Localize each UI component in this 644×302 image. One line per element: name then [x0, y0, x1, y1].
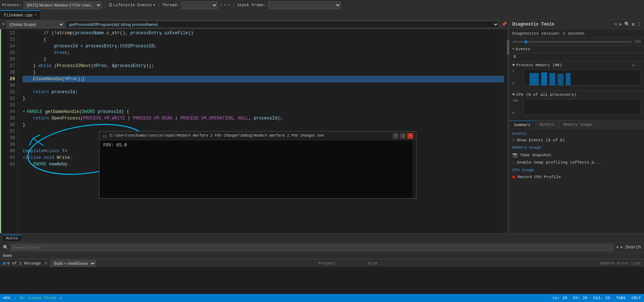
- take-snapshot-btn[interactable]: 📷 Take Snapshot: [512, 151, 641, 159]
- ln-31: 31: [0, 89, 15, 95]
- ln-26: 26: [0, 56, 15, 63]
- ln-36: 36: [0, 122, 15, 128]
- cpu-header[interactable]: ▼ CPU (% of all processors): [509, 91, 644, 98]
- code-line-27: } while (Process32Next(hProc, &processEn…: [23, 63, 509, 69]
- timeline-end-label: 10s: [635, 40, 641, 44]
- function-select[interactable]: getProcessIdOfProgram(std::string proces…: [66, 21, 499, 28]
- record-dot-icon: [512, 176, 515, 179]
- code-scrollbar[interactable]: [504, 29, 509, 233]
- cmd-window: C:\ C:\Users\nschumac\source\repos\Moder…: [99, 131, 416, 199]
- file-col-label: File: [368, 261, 377, 266]
- stack-frame-label: Stack Frame:: [237, 3, 266, 7]
- show-events-label: Show Events (0 of 0): [517, 138, 565, 142]
- proc-mem-axis-max: 2: [512, 70, 523, 73]
- lifecycle-icon: ☰: [109, 3, 112, 7]
- enable-heap-btn[interactable]: ☐ Enable heap profiling (affects p...: [512, 159, 641, 166]
- name-col-header: Name: [3, 254, 47, 258]
- show-events-item[interactable]: » Show Events (0 of 0): [512, 137, 641, 143]
- code-line-25: break;: [23, 50, 509, 56]
- collapse-btn[interactable]: ▼: [2, 22, 5, 27]
- record-cpu-label: Record CPU Profile: [517, 175, 561, 179]
- ln-37: 37: [0, 128, 15, 135]
- pin-icon: 📌: [502, 22, 507, 27]
- svg-rect-8: [566, 73, 571, 85]
- diag-play-icon[interactable]: ▶: [620, 21, 622, 27]
- ln-28: 28: [0, 69, 15, 76]
- diag-session-label: Diagnostics session: 2 seconds: [512, 31, 585, 36]
- thread-icon-3: ↩: [228, 3, 230, 7]
- cpu-chart-area: [523, 99, 641, 115]
- file-tab-close[interactable]: ×: [34, 13, 36, 17]
- status-bar: 46% ✓ No issues found ✓ Ln: 29 Ch: 20 Co…: [0, 294, 644, 302]
- events-header[interactable]: ▼ Events: [509, 46, 644, 53]
- diag-settings-icon[interactable]: ⚙: [614, 21, 617, 27]
- svg-rect-5: [541, 72, 547, 85]
- status-zoom: 46%: [3, 296, 10, 300]
- scrollbar-thumb[interactable]: [507, 40, 509, 55]
- toolbar-sep-3: [233, 2, 234, 8]
- ln-42: 42: [0, 161, 15, 168]
- code-line-26: }: [23, 56, 509, 63]
- diag-title: Diagnostic Tools: [512, 22, 554, 27]
- cmd-minimize-btn[interactable]: ─: [393, 133, 399, 139]
- search-error-list[interactable]: Search Error List: [600, 261, 641, 266]
- thread-icon-2: ⬇: [224, 3, 226, 7]
- proc-mem-header[interactable]: ▼ Process Memory (MB) S...: [509, 62, 644, 69]
- collapse-arrow-34: ▾: [23, 109, 25, 115]
- pause-button[interactable]: ⏸: [512, 54, 517, 59]
- status-no-issues-icon: ✓: [14, 296, 16, 301]
- cpu-usage-title: CPU Usage: [512, 168, 641, 172]
- ln-41: 41: [0, 154, 15, 161]
- record-cpu-btn[interactable]: Record CPU Profile: [512, 174, 641, 180]
- lifecycle-btn[interactable]: ☰ Lifecycle Events ▾: [109, 3, 155, 7]
- status-ch: Ch: 20: [573, 296, 587, 300]
- proc-mem-axis: 2 0: [512, 70, 523, 86]
- ln-39: 39: [0, 141, 15, 148]
- status-checkmark-icon[interactable]: ✓: [59, 296, 62, 301]
- cmd-close-btn[interactable]: ×: [407, 133, 413, 139]
- scope-select[interactable]: (Global Scope): [6, 21, 65, 28]
- diag-header: Diagnostic Tools ⚙ ▶ 🔍 ▦ ⋮: [509, 20, 644, 29]
- stack-frame-select[interactable]: [268, 1, 341, 9]
- build-intellisense-select[interactable]: Build + IntelliSense: [51, 260, 96, 267]
- diag-search-icon[interactable]: 🔍: [624, 21, 630, 27]
- autos-search-input[interactable]: [11, 244, 613, 251]
- memory-usage-title: Memory Usage: [512, 145, 641, 150]
- search-left-icon[interactable]: ◄: [616, 245, 618, 250]
- process-label: Process:: [2, 3, 22, 7]
- svg-rect-7: [558, 74, 563, 86]
- cpu-section: ▼ CPU (% of all processors) 100 0: [509, 91, 644, 121]
- code-line-33: [23, 102, 509, 109]
- process-select[interactable]: [8472] Modern Warfare 2 FOV chan...: [24, 1, 102, 9]
- search-right-icon[interactable]: ►: [621, 245, 623, 250]
- tab-events[interactable]: Events: [535, 121, 559, 129]
- autos-table-header: Name: [0, 253, 644, 259]
- project-col-label: Project: [318, 261, 335, 266]
- code-line-35: return OpenProcess(PROCESS_VM_WRITE | PR…: [23, 115, 509, 122]
- diag-more-icon[interactable]: ⋮: [637, 21, 641, 27]
- cmd-maximize-btn[interactable]: □: [400, 133, 406, 139]
- autos-tab[interactable]: Autos: [3, 235, 21, 241]
- code-line-30: [23, 82, 509, 89]
- cmd-output: FOV: 65.0: [103, 142, 127, 148]
- cmd-content: FOV: 65.0: [100, 140, 416, 198]
- thread-label: Thread:: [162, 3, 179, 7]
- filter-icon-output[interactable]: ⚙: [44, 261, 47, 266]
- cmd-scrollbar[interactable]: [412, 140, 416, 198]
- file-tab-name: fileName.cpp: [4, 13, 32, 17]
- file-tab-filename[interactable]: fileName.cpp ×: [0, 10, 40, 19]
- timeline-thumb[interactable]: [524, 40, 527, 43]
- diag-filter-icon[interactable]: ▦: [632, 21, 635, 27]
- code-line-36: }: [23, 122, 509, 128]
- thread-select[interactable]: [181, 1, 218, 9]
- timeline-bar[interactable]: [512, 41, 632, 43]
- toolbar-sep-1: [105, 2, 105, 8]
- diagnostic-panel: Diagnostic Tools ⚙ ▶ 🔍 ▦ ⋮ Diagnostics s…: [509, 20, 644, 233]
- cpu-label: CPU (% of all processors): [516, 93, 577, 97]
- cmd-controls: ─ □ ×: [393, 133, 413, 139]
- tab-summary[interactable]: Summary: [509, 121, 535, 129]
- cpu-axis-max: 100: [512, 99, 523, 103]
- svg-text:C:\: C:\: [103, 134, 107, 138]
- tab-memory-usage[interactable]: Memory Usage: [559, 121, 597, 129]
- status-right: Ln: 29 Ch: 20 Col: 23 TABS CRLF: [553, 296, 641, 300]
